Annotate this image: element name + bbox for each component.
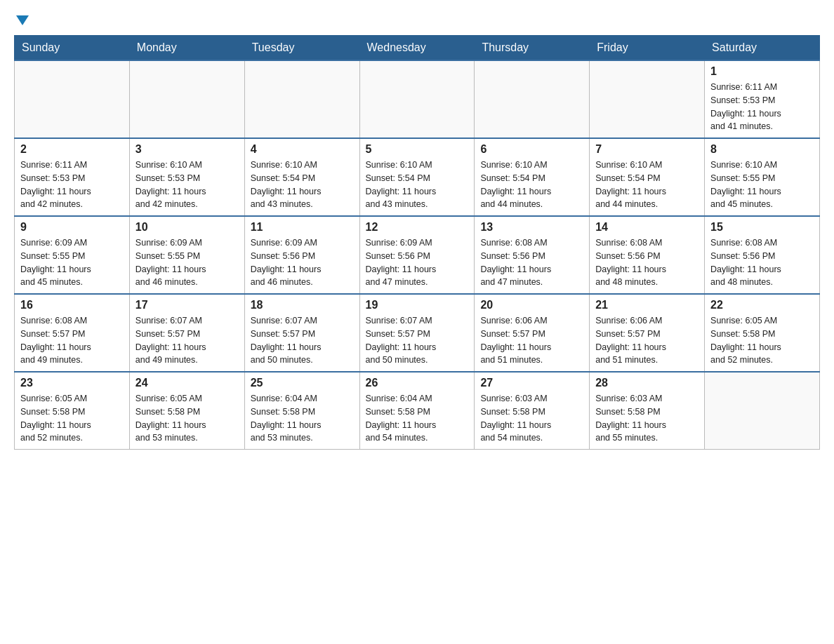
day-number: 19 — [366, 299, 469, 311]
calendar-day-cell: 26Sunrise: 6:04 AMSunset: 5:58 PMDayligh… — [359, 372, 475, 450]
calendar-day-cell: 7Sunrise: 6:10 AMSunset: 5:54 PMDaylight… — [590, 138, 705, 216]
day-info: Sunrise: 6:04 AMSunset: 5:58 PMDaylight:… — [366, 392, 469, 445]
day-number: 3 — [135, 143, 239, 156]
calendar-day-cell: 27Sunrise: 6:03 AMSunset: 5:58 PMDayligh… — [475, 372, 590, 450]
calendar-day-cell: 3Sunrise: 6:10 AMSunset: 5:53 PMDaylight… — [129, 138, 244, 216]
day-info: Sunrise: 6:09 AMSunset: 5:56 PMDaylight:… — [366, 236, 469, 289]
calendar-day-cell: 20Sunrise: 6:06 AMSunset: 5:57 PMDayligh… — [475, 294, 590, 372]
day-info: Sunrise: 6:08 AMSunset: 5:56 PMDaylight:… — [480, 236, 583, 289]
calendar-week-row: 1Sunrise: 6:11 AMSunset: 5:53 PMDaylight… — [15, 60, 820, 138]
calendar-day-cell: 25Sunrise: 6:04 AMSunset: 5:58 PMDayligh… — [244, 372, 359, 450]
calendar-day-cell: 12Sunrise: 6:09 AMSunset: 5:56 PMDayligh… — [359, 216, 475, 294]
calendar-day-cell: 5Sunrise: 6:10 AMSunset: 5:54 PMDaylight… — [359, 138, 475, 216]
calendar-day-cell: 10Sunrise: 6:09 AMSunset: 5:55 PMDayligh… — [129, 216, 244, 294]
day-info: Sunrise: 6:10 AMSunset: 5:55 PMDaylight:… — [710, 159, 814, 211]
day-info: Sunrise: 6:08 AMSunset: 5:56 PMDaylight:… — [710, 236, 814, 289]
calendar-header-saturday: Saturday — [705, 36, 820, 61]
day-number: 22 — [710, 299, 814, 311]
logo-triangle-icon — [16, 15, 29, 25]
day-number: 8 — [710, 143, 814, 156]
calendar-day-cell: 11Sunrise: 6:09 AMSunset: 5:56 PMDayligh… — [244, 216, 359, 294]
calendar-table: SundayMondayTuesdayWednesdayThursdayFrid… — [14, 35, 820, 450]
day-info: Sunrise: 6:06 AMSunset: 5:57 PMDaylight:… — [595, 314, 699, 367]
day-number: 7 — [595, 143, 699, 156]
day-number: 10 — [135, 221, 239, 234]
calendar-header-thursday: Thursday — [475, 36, 590, 61]
day-info: Sunrise: 6:07 AMSunset: 5:57 PMDaylight:… — [366, 314, 469, 367]
calendar-day-cell — [129, 60, 244, 138]
calendar-day-cell — [590, 60, 705, 138]
day-number: 24 — [135, 377, 239, 389]
day-number: 18 — [251, 299, 354, 311]
day-info: Sunrise: 6:05 AMSunset: 5:58 PMDaylight:… — [710, 314, 814, 367]
calendar-week-row: 23Sunrise: 6:05 AMSunset: 5:58 PMDayligh… — [15, 372, 820, 450]
day-info: Sunrise: 6:09 AMSunset: 5:55 PMDaylight:… — [20, 236, 124, 289]
day-info: Sunrise: 6:10 AMSunset: 5:54 PMDaylight:… — [480, 159, 583, 211]
day-number: 17 — [135, 299, 239, 311]
calendar-header-monday: Monday — [129, 36, 244, 61]
calendar-day-cell: 4Sunrise: 6:10 AMSunset: 5:54 PMDaylight… — [244, 138, 359, 216]
day-info: Sunrise: 6:03 AMSunset: 5:58 PMDaylight:… — [480, 392, 583, 445]
calendar-day-cell: 22Sunrise: 6:05 AMSunset: 5:58 PMDayligh… — [705, 294, 820, 372]
day-number: 6 — [480, 143, 583, 156]
day-number: 11 — [251, 221, 354, 234]
day-info: Sunrise: 6:07 AMSunset: 5:57 PMDaylight:… — [251, 314, 354, 367]
day-number: 15 — [710, 221, 814, 234]
calendar-day-cell: 21Sunrise: 6:06 AMSunset: 5:57 PMDayligh… — [590, 294, 705, 372]
calendar-week-row: 16Sunrise: 6:08 AMSunset: 5:57 PMDayligh… — [15, 294, 820, 372]
calendar-day-cell: 15Sunrise: 6:08 AMSunset: 5:56 PMDayligh… — [705, 216, 820, 294]
day-info: Sunrise: 6:04 AMSunset: 5:58 PMDaylight:… — [251, 392, 354, 445]
day-number: 21 — [595, 299, 699, 311]
calendar-day-cell: 14Sunrise: 6:08 AMSunset: 5:56 PMDayligh… — [590, 216, 705, 294]
calendar-day-cell: 13Sunrise: 6:08 AMSunset: 5:56 PMDayligh… — [475, 216, 590, 294]
day-info: Sunrise: 6:09 AMSunset: 5:55 PMDaylight:… — [135, 236, 239, 289]
calendar-header-friday: Friday — [590, 36, 705, 61]
day-number: 16 — [20, 299, 124, 311]
day-info: Sunrise: 6:06 AMSunset: 5:57 PMDaylight:… — [480, 314, 583, 367]
calendar-day-cell — [475, 60, 590, 138]
calendar-day-cell: 28Sunrise: 6:03 AMSunset: 5:58 PMDayligh… — [590, 372, 705, 450]
calendar-day-cell: 17Sunrise: 6:07 AMSunset: 5:57 PMDayligh… — [129, 294, 244, 372]
day-info: Sunrise: 6:08 AMSunset: 5:56 PMDaylight:… — [595, 236, 699, 289]
day-number: 25 — [251, 377, 354, 389]
day-number: 4 — [251, 143, 354, 156]
calendar-week-row: 2Sunrise: 6:11 AMSunset: 5:53 PMDaylight… — [15, 138, 820, 216]
day-number: 1 — [710, 65, 814, 78]
logo — [14, 14, 29, 24]
calendar-day-cell — [359, 60, 475, 138]
calendar-day-cell: 23Sunrise: 6:05 AMSunset: 5:58 PMDayligh… — [15, 372, 130, 450]
day-info: Sunrise: 6:09 AMSunset: 5:56 PMDaylight:… — [251, 236, 354, 289]
day-info: Sunrise: 6:11 AMSunset: 5:53 PMDaylight:… — [710, 81, 814, 133]
day-info: Sunrise: 6:10 AMSunset: 5:54 PMDaylight:… — [595, 159, 699, 211]
calendar-header-tuesday: Tuesday — [244, 36, 359, 61]
day-info: Sunrise: 6:08 AMSunset: 5:57 PMDaylight:… — [20, 314, 124, 367]
day-info: Sunrise: 6:03 AMSunset: 5:58 PMDaylight:… — [595, 392, 699, 445]
calendar-day-cell: 6Sunrise: 6:10 AMSunset: 5:54 PMDaylight… — [475, 138, 590, 216]
calendar-day-cell: 8Sunrise: 6:10 AMSunset: 5:55 PMDaylight… — [705, 138, 820, 216]
calendar-day-cell: 1Sunrise: 6:11 AMSunset: 5:53 PMDaylight… — [705, 60, 820, 138]
page-header — [14, 14, 820, 24]
day-number: 28 — [595, 377, 699, 389]
calendar-header-sunday: Sunday — [15, 36, 130, 61]
day-number: 12 — [366, 221, 469, 234]
calendar-day-cell: 19Sunrise: 6:07 AMSunset: 5:57 PMDayligh… — [359, 294, 475, 372]
day-number: 13 — [480, 221, 583, 234]
day-number: 5 — [366, 143, 469, 156]
day-info: Sunrise: 6:11 AMSunset: 5:53 PMDaylight:… — [20, 159, 124, 211]
day-number: 23 — [20, 377, 124, 389]
calendar-day-cell — [15, 60, 130, 138]
day-number: 2 — [20, 143, 124, 156]
day-number: 14 — [595, 221, 699, 234]
calendar-day-cell: 2Sunrise: 6:11 AMSunset: 5:53 PMDaylight… — [15, 138, 130, 216]
day-info: Sunrise: 6:10 AMSunset: 5:53 PMDaylight:… — [135, 159, 239, 211]
day-number: 9 — [20, 221, 124, 234]
calendar-day-cell: 9Sunrise: 6:09 AMSunset: 5:55 PMDaylight… — [15, 216, 130, 294]
day-info: Sunrise: 6:05 AMSunset: 5:58 PMDaylight:… — [135, 392, 239, 445]
day-info: Sunrise: 6:10 AMSunset: 5:54 PMDaylight:… — [366, 159, 469, 211]
calendar-day-cell: 18Sunrise: 6:07 AMSunset: 5:57 PMDayligh… — [244, 294, 359, 372]
day-number: 26 — [366, 377, 469, 389]
calendar-day-cell: 24Sunrise: 6:05 AMSunset: 5:58 PMDayligh… — [129, 372, 244, 450]
calendar-day-cell — [244, 60, 359, 138]
calendar-header-row: SundayMondayTuesdayWednesdayThursdayFrid… — [15, 36, 820, 61]
day-info: Sunrise: 6:05 AMSunset: 5:58 PMDaylight:… — [20, 392, 124, 445]
